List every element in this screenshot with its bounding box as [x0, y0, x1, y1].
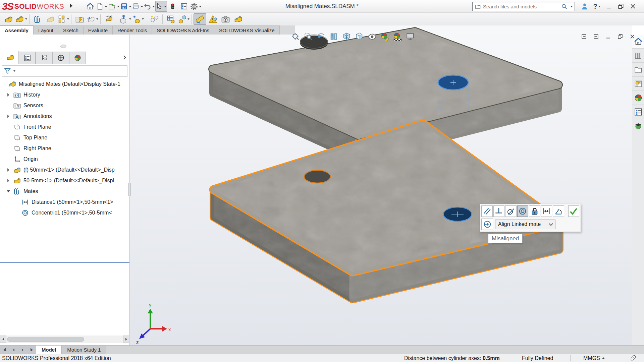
isolate-button[interactable]: [232, 13, 245, 25]
scrollbar-thumb[interactable]: [7, 337, 84, 342]
tangent-mate-button[interactable]: [505, 205, 517, 217]
move-component-dropdown-arrow-icon[interactable]: [96, 18, 98, 20]
file-explorer-button[interactable]: [632, 63, 644, 77]
search-icon[interactable]: [561, 3, 568, 10]
view-orientation-button[interactable]: [341, 31, 352, 42]
insert-components-dropdown-arrow-icon[interactable]: [25, 18, 27, 20]
tab-dimxpertmanager[interactable]: [52, 52, 69, 64]
parallel-mate-button[interactable]: [481, 205, 493, 217]
panel-collapse-grip[interactable]: [60, 45, 66, 48]
print-dropdown-arrow-icon[interactable]: [141, 6, 143, 7]
tree-item-mates[interactable]: Mates: [1, 186, 129, 197]
select-dropdown-arrow-icon[interactable]: [164, 6, 167, 7]
menu-flyout-arrow-icon[interactable]: [70, 3, 72, 8]
zoom-to-area-button[interactable]: [303, 31, 314, 42]
home-button[interactable]: [85, 1, 96, 12]
reference-geometry-dropdown-arrow-icon[interactable]: [142, 18, 144, 20]
tree-item-concentric1-mate[interactable]: Concentric1 (50mm<1>,50-5mm<: [1, 207, 129, 218]
scroll-left-button[interactable]: [0, 336, 6, 343]
select-tool-button[interactable]: [155, 1, 167, 12]
tree-item-front-plane[interactable]: Front Plane: [1, 122, 129, 132]
interference-detection-button[interactable]: [206, 13, 219, 25]
tree-item-sensors[interactable]: Sensors: [1, 100, 129, 111]
last-tab-button[interactable]: [27, 346, 36, 354]
search-input[interactable]: [483, 4, 559, 9]
tab-displaymanager[interactable]: [69, 52, 86, 64]
exploded-view-dropdown-arrow-icon[interactable]: [187, 18, 190, 20]
lower-plate-hole[interactable]: [304, 170, 330, 183]
show-hidden-components-button[interactable]: [102, 13, 115, 25]
new-motion-study-button[interactable]: [148, 13, 161, 25]
expand-arrow-icon[interactable]: [6, 168, 11, 172]
appearances-scenes-button[interactable]: [632, 91, 644, 105]
tree-item-distance1-mate[interactable]: Distance1 (50mm<1>,50-5mm<1>: [1, 197, 129, 207]
search-dropdown-arrow-icon[interactable]: [571, 6, 573, 7]
open-dropdown-arrow-icon[interactable]: [117, 6, 120, 7]
close-window-button[interactable]: [627, 1, 639, 12]
measure-button[interactable]: [194, 13, 206, 25]
restore-window-button[interactable]: [615, 1, 627, 12]
section-view-button[interactable]: [328, 31, 339, 42]
insert-components-button[interactable]: [15, 13, 28, 25]
tree-item-origin[interactable]: Origin: [1, 154, 129, 165]
edit-component-button[interactable]: [2, 13, 15, 25]
tree-item-annotations[interactable]: Annotations: [1, 111, 129, 122]
search-box[interactable]: [472, 2, 575, 11]
concentric-mate-button[interactable]: [517, 205, 529, 217]
panel-splitter-handle[interactable]: [128, 183, 131, 196]
collapse-arrow-icon[interactable]: [6, 190, 11, 192]
lock-mate-button[interactable]: [529, 205, 540, 217]
print-button[interactable]: [132, 1, 144, 12]
new-document-button[interactable]: [96, 1, 108, 12]
tree-item-right-plane[interactable]: Right Plane: [1, 143, 129, 154]
move-component-button[interactable]: [86, 13, 99, 25]
help-dropdown-arrow-icon[interactable]: [598, 6, 600, 7]
perpendicular-mate-button[interactable]: [493, 205, 505, 217]
previous-tab-button[interactable]: [9, 346, 18, 354]
tree-filter[interactable]: [2, 65, 127, 77]
file-properties-button[interactable]: [178, 1, 190, 12]
tab-solidworks-visualize[interactable]: SOLIDWORKS Visualize: [214, 25, 280, 35]
take-snapshot-button[interactable]: [219, 13, 232, 25]
apply-scene-button[interactable]: [392, 31, 403, 42]
save-dropdown-arrow-icon[interactable]: [129, 6, 131, 7]
save-button[interactable]: [120, 1, 132, 12]
custom-properties-button[interactable]: [632, 105, 644, 119]
tab-propertymanager[interactable]: [19, 52, 36, 64]
filter-dropdown-arrow-icon[interactable]: [13, 70, 15, 72]
tab-sketch[interactable]: Sketch: [58, 25, 84, 35]
expand-arrow-icon[interactable]: [6, 93, 11, 97]
model-3d-view[interactable]: y x z: [129, 25, 632, 345]
previous-view-button[interactable]: [315, 31, 327, 42]
view-palette-button[interactable]: [632, 77, 644, 91]
doc-restore-button[interactable]: [616, 33, 625, 41]
tree-item-component-50-5mm[interactable]: 50-5mm<1> (Default<<Default>_Displ: [1, 175, 129, 186]
exploded-view-button[interactable]: [177, 13, 190, 25]
tab-assembly[interactable]: Assembly: [0, 25, 34, 35]
next-tab-button[interactable]: [18, 346, 27, 354]
expand-arrow-icon[interactable]: [6, 179, 11, 182]
bill-of-materials-button[interactable]: [164, 13, 177, 25]
angle-mate-button[interactable]: [553, 205, 564, 217]
component-pattern-dropdown-arrow-icon[interactable]: [67, 18, 69, 20]
smart-fasteners-button[interactable]: [73, 13, 86, 25]
help-button[interactable]: ?: [591, 1, 602, 12]
undo-button[interactable]: [144, 1, 155, 12]
reference-geometry-button[interactable]: [131, 13, 144, 25]
undo-dropdown-arrow-icon[interactable]: [152, 6, 155, 7]
expand-arrow-icon[interactable]: [6, 115, 11, 118]
assembly-features-dropdown-arrow-icon[interactable]: [129, 18, 131, 20]
options-button[interactable]: [190, 1, 202, 12]
doc-minimize-button[interactable]: [604, 33, 612, 41]
login-button[interactable]: [579, 1, 590, 12]
tag-edit-icon[interactable]: [630, 354, 637, 362]
tab-render-tools[interactable]: Render Tools: [113, 25, 152, 35]
rebuild-button[interactable]: [167, 1, 178, 12]
dock-pane-right-icon[interactable]: [592, 33, 600, 41]
zoom-to-fit-button[interactable]: [290, 31, 301, 42]
tab-model[interactable]: Model: [36, 346, 62, 354]
solidworks-resources-button[interactable]: [632, 119, 644, 133]
unit-system-dropdown[interactable]: MMGS: [583, 355, 605, 361]
misaligned-mate-button[interactable]: [481, 219, 493, 230]
new-dropdown-arrow-icon[interactable]: [105, 6, 107, 7]
